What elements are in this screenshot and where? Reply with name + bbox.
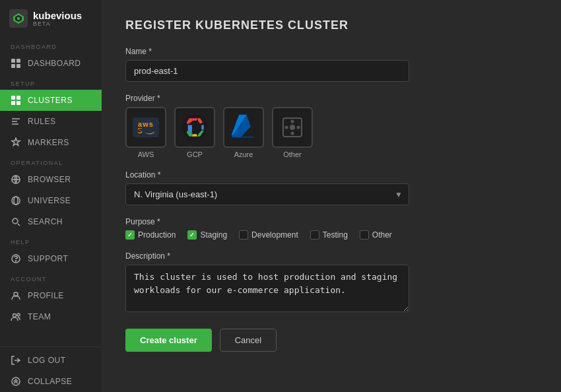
- other-provider-icon: [278, 113, 307, 142]
- button-row: Create cluster Cancel: [125, 329, 537, 352]
- sidebar-item-universe[interactable]: UNIVERSE: [0, 190, 102, 211]
- purpose-other[interactable]: Other: [360, 230, 392, 240]
- sidebar-item-search-label: SEARCH: [28, 217, 63, 226]
- description-group: Description * This cluster is used to ho…: [125, 251, 537, 314]
- provider-list: aws AWS: [125, 107, 537, 158]
- provider-gcp-label: GCP: [187, 150, 203, 158]
- sidebar-item-browser-label: BROWSER: [28, 175, 71, 184]
- provider-item-gcp: GCP: [174, 107, 215, 158]
- sidebar-item-universe-label: UNIVERSE: [28, 196, 71, 205]
- purpose-development[interactable]: Development: [239, 230, 298, 240]
- page-title: REGISTER KUBERNETES CLUSTER: [125, 18, 537, 32]
- sidebar-item-support[interactable]: SUPPORT: [0, 248, 102, 269]
- purpose-other-label: Other: [372, 230, 392, 240]
- location-label: Location *: [125, 170, 537, 180]
- provider-item-aws: aws AWS: [125, 107, 166, 158]
- sidebar-item-clusters[interactable]: CLUSTERS: [0, 90, 102, 111]
- purpose-testing-label: Testing: [323, 230, 348, 240]
- svg-point-24: [285, 126, 288, 129]
- sidebar-item-search[interactable]: SEARCH: [0, 211, 102, 232]
- name-input[interactable]: [125, 60, 409, 82]
- location-select[interactable]: N. Virginia (us-east-1) Ohio (us-east-2)…: [125, 183, 409, 205]
- sidebar-item-dashboard[interactable]: DASHBOARD: [0, 53, 102, 74]
- section-account: ACCOUNT: [0, 269, 102, 285]
- sidebar-item-clusters-label: CLUSTERS: [28, 96, 73, 105]
- svg-point-26: [291, 120, 294, 123]
- sidebar-item-collapse-label: COLLAPSE: [28, 377, 72, 386]
- provider-card-azure[interactable]: [223, 107, 264, 148]
- svg-rect-5: [11, 64, 15, 68]
- svg-rect-6: [16, 64, 20, 68]
- purpose-development-check: [239, 230, 248, 240]
- name-group: Name *: [125, 47, 537, 82]
- sidebar-item-support-label: SUPPORT: [28, 254, 68, 263]
- provider-item-other: Other: [272, 107, 313, 158]
- purpose-development-label: Development: [251, 230, 298, 240]
- sidebar-item-collapse[interactable]: COLLAPSE: [0, 371, 102, 392]
- svg-rect-3: [11, 59, 15, 63]
- app-beta: BETA: [33, 20, 82, 27]
- sidebar-item-rules[interactable]: RULES: [0, 111, 102, 132]
- purpose-production-check: [125, 230, 135, 240]
- sidebar-item-logout-label: LOG OUT: [28, 356, 66, 365]
- svg-point-25: [297, 126, 300, 129]
- svg-point-16: [16, 261, 16, 261]
- svg-rect-4: [16, 59, 20, 63]
- sidebar-item-browser[interactable]: BROWSER: [0, 169, 102, 190]
- svg-point-13: [14, 197, 18, 205]
- location-group: Location * N. Virginia (us-east-1) Ohio …: [125, 170, 537, 205]
- description-textarea[interactable]: This cluster is used to host production …: [125, 265, 409, 312]
- description-label: Description *: [125, 251, 537, 261]
- purpose-row: Production Staging Development Testing O…: [125, 230, 537, 240]
- app-name: kubevious: [33, 11, 82, 20]
- sidebar-item-logout[interactable]: LOG OUT: [0, 350, 102, 371]
- sidebar-bottom: LOG OUT COLLAPSE: [0, 346, 102, 392]
- provider-item-azure: Azure: [223, 107, 264, 158]
- purpose-production-label: Production: [138, 230, 176, 240]
- svg-point-12: [12, 197, 20, 205]
- svg-point-23: [290, 125, 295, 130]
- svg-rect-9: [11, 101, 15, 105]
- location-select-wrapper: N. Virginia (us-east-1) Ohio (us-east-2)…: [125, 183, 409, 205]
- sidebar-item-markers[interactable]: MARKERS: [0, 132, 102, 153]
- svg-point-18: [13, 314, 16, 317]
- sidebar-item-dashboard-label: DASHBOARD: [28, 59, 81, 68]
- sidebar-item-profile[interactable]: PROFILE: [0, 285, 102, 306]
- purpose-label: Purpose *: [125, 217, 537, 226]
- main-content: REGISTER KUBERNETES CLUSTER Name * Provi…: [102, 0, 561, 392]
- svg-point-27: [291, 132, 294, 135]
- purpose-production[interactable]: Production: [125, 230, 176, 240]
- purpose-testing[interactable]: Testing: [310, 230, 348, 240]
- logo-icon: [9, 9, 28, 28]
- provider-group: Provider * aws AWS: [125, 94, 537, 158]
- purpose-staging-check: [187, 230, 197, 240]
- svg-rect-10: [16, 101, 20, 105]
- section-operational: OPERATIONAL: [0, 153, 102, 169]
- sidebar-item-team[interactable]: TEAM: [0, 306, 102, 327]
- sidebar-item-markers-label: MARKERS: [28, 138, 69, 147]
- purpose-staging-label: Staging: [200, 230, 227, 240]
- svg-rect-7: [11, 96, 15, 100]
- section-help: HELP: [0, 232, 102, 248]
- purpose-staging[interactable]: Staging: [187, 230, 227, 240]
- section-setup: SETUP: [0, 74, 102, 90]
- section-dashboard: DASHBOARD: [0, 37, 102, 53]
- logo-text: kubevious BETA: [33, 11, 82, 27]
- sidebar: kubevious BETA DASHBOARD DASHBOARD SETUP…: [0, 0, 102, 392]
- sidebar-item-profile-label: PROFILE: [28, 291, 64, 300]
- provider-label: Provider *: [125, 94, 537, 103]
- purpose-testing-check: [310, 230, 319, 240]
- create-cluster-button[interactable]: Create cluster: [125, 329, 212, 352]
- provider-other-label: Other: [283, 150, 302, 158]
- name-label: Name *: [125, 47, 537, 56]
- sidebar-item-team-label: TEAM: [28, 312, 51, 321]
- sidebar-item-rules-label: RULES: [28, 117, 56, 126]
- svg-point-14: [13, 218, 18, 224]
- provider-card-aws[interactable]: aws: [125, 107, 166, 148]
- purpose-group: Purpose * Production Staging Development…: [125, 217, 537, 240]
- cancel-button[interactable]: Cancel: [220, 329, 277, 352]
- svg-rect-8: [16, 96, 20, 100]
- provider-card-other[interactable]: [272, 107, 313, 148]
- purpose-other-check: [360, 230, 369, 240]
- provider-card-gcp[interactable]: [174, 107, 215, 148]
